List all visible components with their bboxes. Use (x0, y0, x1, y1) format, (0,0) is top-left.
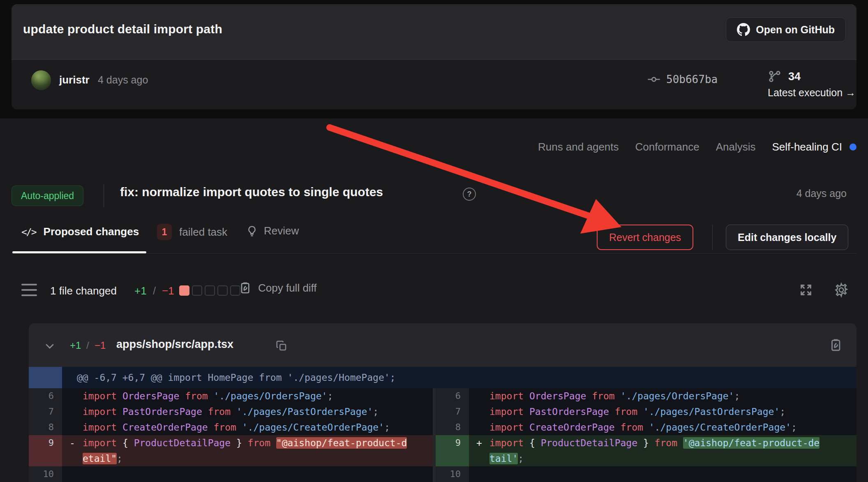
code-text (489, 466, 856, 482)
github-icon (737, 23, 750, 36)
diff-sign (469, 404, 489, 419)
copy-full-diff-label: Copy full diff (258, 282, 317, 294)
red-annotation-arrow (312, 118, 641, 250)
diff-sign (469, 388, 489, 404)
code-text: import CreateOrderPage from './pages/Cre… (83, 419, 433, 435)
commit-author: juristr (59, 74, 90, 86)
diff-sign: + (469, 435, 489, 466)
clipboard-icon (238, 281, 252, 294)
hunk-gutter-marker (29, 367, 62, 388)
commit-sha-group[interactable]: 50b667ba (647, 73, 718, 86)
diff-sign (469, 419, 489, 435)
diff-pane-new: 6import OrdersPage from './pages/OrdersP… (436, 388, 856, 482)
diff-sign: - (62, 435, 83, 466)
commit-card: update product detail import path Open o… (12, 4, 856, 109)
line-number: 7 (436, 404, 469, 419)
commit-time: 4 days ago (98, 74, 148, 86)
tab-review-label: Review (264, 225, 299, 237)
line-number: 10 (436, 466, 469, 482)
code-text: import PastOrdersPage from './pages/Past… (489, 404, 856, 419)
open-on-github-button[interactable]: Open on GitHub (726, 17, 846, 42)
commit-card-header: update product detail import path Open o… (12, 4, 856, 60)
line-number: 6 (436, 388, 469, 404)
diff-block (205, 285, 215, 296)
copy-filename-icon[interactable] (275, 340, 288, 352)
hunk-header-text: @@ -6,7 +6,7 @@ import HomePage from './… (77, 372, 395, 383)
chevron-down-icon[interactable] (44, 340, 56, 352)
expand-icon[interactable] (799, 283, 813, 297)
diff-sign (62, 419, 83, 435)
avatar[interactable] (31, 70, 51, 90)
diff-line-10: 10 (436, 466, 856, 482)
diff-card: +1 / −1 apps/shop/src/app.tsx @@ -6,7 +6… (29, 323, 856, 482)
gear-icon[interactable] (833, 282, 849, 298)
hunk-header: @@ -6,7 +6,7 @@ import HomePage from './… (29, 367, 856, 388)
divider (712, 225, 713, 250)
code-text: import CreateOrderPage from './pages/Cre… (489, 419, 856, 435)
tab-failed-task[interactable]: 1 failed task (157, 224, 227, 240)
nav-conformance[interactable]: Conformance (635, 141, 699, 153)
auto-applied-badge: Auto-applied (12, 185, 83, 206)
diff-block (192, 285, 202, 296)
line-number: 7 (29, 404, 62, 419)
git-branch-icon (768, 70, 782, 83)
help-icon[interactable]: ? (463, 188, 476, 201)
line-number: 10 (29, 466, 62, 482)
additions-stat: +1 (134, 285, 147, 297)
line-number: 9 (436, 435, 469, 466)
diff-line-6: 6import OrdersPage from './pages/OrdersP… (29, 388, 433, 404)
copy-full-diff-button[interactable]: Copy full diff (238, 281, 317, 294)
lightbulb-icon (246, 225, 258, 237)
diff-line-10: 10 (29, 466, 433, 482)
diff-block (217, 285, 228, 296)
latest-execution-link[interactable]: Latest execution → (768, 87, 856, 99)
diff-sign (62, 388, 83, 404)
diff-line-9: 9+import { ProductDetailPage } from '@ai… (436, 435, 856, 466)
diff-pane-old: 6import OrdersPage from './pages/OrdersP… (29, 388, 433, 482)
code-text: import PastOrdersPage from './pages/Past… (83, 404, 433, 419)
page-title: update product detail import path (23, 22, 222, 36)
code-text: import { ProductDetailPage } from '@aish… (489, 435, 856, 466)
diff-sign (469, 466, 489, 482)
execution-count-row: 34 (768, 70, 856, 83)
file-stat-slash: / (86, 340, 89, 351)
file-name: apps/shop/src/app.tsx (116, 338, 233, 351)
nav-analysis[interactable]: Analysis (716, 141, 756, 153)
status-dot-icon (850, 144, 856, 151)
files-changed-label: 1 file changed (50, 285, 117, 297)
tab-proposed-changes[interactable]: </> Proposed changes (21, 225, 139, 238)
copy-file-diff-icon[interactable] (829, 338, 843, 352)
revert-changes-button[interactable]: Revert changes (597, 225, 693, 250)
divider (104, 184, 104, 207)
code-text: import { ProductDetailPage } from "@aish… (83, 435, 433, 466)
tabs-border (12, 253, 856, 254)
top-nav: Runs and agents Conformance Analysis Sel… (538, 141, 856, 153)
nav-runs-and-agents[interactable]: Runs and agents (538, 141, 619, 153)
diff-sign (62, 404, 83, 419)
diff-line-8: 8import CreateOrderPage from './pages/Cr… (29, 419, 433, 435)
diff-line-7: 7import PastOrdersPage from './pages/Pas… (29, 404, 433, 419)
open-on-github-label: Open on GitHub (756, 24, 835, 36)
tab-review[interactable]: Review (246, 225, 299, 237)
line-number: 6 (29, 388, 62, 404)
edit-changes-locally-button[interactable]: Edit changes locally (726, 225, 848, 250)
file-header: +1 / −1 apps/shop/src/app.tsx (29, 323, 856, 367)
code-icon: </> (21, 227, 36, 237)
execution-group: 34 Latest execution → (768, 70, 856, 99)
deletions-stat: −1 (162, 285, 174, 297)
nav-self-healing-ci[interactable]: Self-healing CI (772, 141, 842, 153)
git-commit-icon (647, 73, 660, 86)
diff-block (179, 285, 189, 296)
commit-sha: 50b667ba (666, 73, 718, 86)
line-number: 9 (29, 435, 62, 466)
diff-line-6: 6import OrdersPage from './pages/OrdersP… (436, 388, 856, 404)
fix-time: 4 days ago (796, 188, 847, 199)
diff-blocks-indicator (179, 285, 240, 296)
file-additions: +1 (70, 340, 81, 351)
execution-count: 34 (788, 70, 801, 83)
tab-failed-task-label: failed task (179, 226, 227, 239)
menu-icon[interactable] (21, 284, 37, 296)
diff-line-7: 7import PastOrdersPage from './pages/Pas… (436, 404, 856, 419)
code-text (83, 466, 433, 482)
failed-task-count-badge: 1 (157, 224, 172, 240)
